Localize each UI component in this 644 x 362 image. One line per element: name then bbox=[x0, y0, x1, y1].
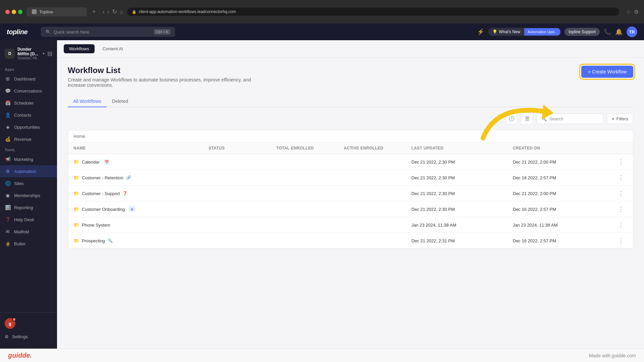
sidebar-item-label: Automation bbox=[14, 169, 36, 174]
table-row: 📁 Customer - Retention 🔗 Dec 21 2022, 2:… bbox=[68, 170, 633, 186]
traffic-lights bbox=[5, 10, 22, 14]
search-icon: 🔍 bbox=[46, 29, 51, 35]
sidebar-item-conversations[interactable]: 💬 Conversations bbox=[0, 85, 57, 97]
profile-initial: g bbox=[9, 321, 11, 326]
refresh-button[interactable]: ↻ bbox=[112, 8, 117, 15]
sidebar-bottom: g 1 ⚙ Settings bbox=[0, 312, 57, 345]
workflow-name-text[interactable]: Calendar bbox=[82, 160, 100, 165]
dashboard-icon: ⊞ bbox=[5, 76, 11, 82]
clock-view-button[interactable]: 🕐 bbox=[505, 113, 518, 125]
address-bar[interactable]: 🔒 client-app-automation-workflows.leadco… bbox=[127, 8, 619, 16]
workflow-name-text[interactable]: Prospecting bbox=[82, 238, 105, 243]
sidebar-item-revenue[interactable]: 💰 Revenue bbox=[0, 133, 57, 145]
content-area: Workflows Content AI Workflow List Creat… bbox=[57, 40, 644, 349]
bookmark-icon[interactable]: ☆ bbox=[626, 9, 631, 15]
table-breadcrumb: Home bbox=[68, 130, 633, 142]
topline-support-button[interactable]: topline Support bbox=[565, 28, 600, 36]
sidebar: D Dunder Mifflin [D... Scranton, PA ▾ ▤ … bbox=[0, 40, 57, 349]
workflow-name-text[interactable]: Customer Onboarding bbox=[82, 207, 125, 212]
workflow-search-box[interactable]: 🔍 Search bbox=[536, 114, 603, 124]
row-menu-button[interactable]: ⋮ bbox=[614, 174, 628, 181]
whats-new-button[interactable]: 💡 What's New bbox=[488, 28, 525, 36]
row-menu-button[interactable]: ⋮ bbox=[614, 221, 628, 229]
notification-count: 1 bbox=[13, 318, 15, 321]
sidebar-item-reporting[interactable]: 📊 Reporting bbox=[0, 201, 57, 214]
sidebar-item-scheduler[interactable]: 📅 Scheduler bbox=[0, 97, 57, 109]
user-profile-button[interactable]: g 1 bbox=[0, 315, 57, 331]
tab-all-workflows[interactable]: All Workflows bbox=[68, 96, 107, 107]
workflow-name-text[interactable]: Customer - Retention bbox=[82, 175, 123, 180]
folder-icon: 📁 bbox=[73, 175, 79, 180]
workspace-name: Dunder Mifflin [D... bbox=[17, 47, 40, 56]
mailfold-icon: ✉ bbox=[5, 229, 11, 235]
user-avatar[interactable]: TR bbox=[627, 26, 637, 37]
automation-icon: ⚙ bbox=[5, 168, 11, 174]
sidebar-collapse-icon[interactable]: ▤ bbox=[47, 50, 52, 57]
col-created-on: Created On bbox=[513, 146, 614, 150]
chevron-down-icon: ▾ bbox=[43, 51, 45, 56]
sidebar-item-dashboard[interactable]: ⊞ Dashboard bbox=[0, 73, 57, 85]
automation-update-badge[interactable]: Automation Upd... bbox=[524, 28, 560, 36]
new-tab-button[interactable]: + bbox=[92, 8, 96, 15]
user-profile-avatar: g 1 bbox=[5, 318, 15, 329]
workflow-name-text[interactable]: Phone System bbox=[82, 223, 110, 228]
sidebar-item-contacts[interactable]: 👤 Contacts bbox=[0, 109, 57, 121]
sidebar-item-memberships[interactable]: ◉ Memberships bbox=[0, 189, 57, 201]
maximize-window-button[interactable] bbox=[18, 10, 22, 14]
bell-icon[interactable]: 🔔 bbox=[615, 28, 623, 36]
extensions-icon[interactable]: ⚙ bbox=[634, 9, 639, 15]
memberships-icon: ◉ bbox=[5, 192, 11, 198]
sub-navigation: Workflows Content AI bbox=[57, 40, 644, 58]
row-menu-button[interactable]: ⋮ bbox=[614, 190, 628, 197]
forward-button[interactable]: › bbox=[107, 8, 109, 15]
sidebar-item-settings[interactable]: ⚙ Settings bbox=[0, 331, 57, 342]
minimize-window-button[interactable] bbox=[12, 10, 16, 14]
filters-button[interactable]: ≡ Filters bbox=[607, 114, 633, 124]
lightning-icon[interactable]: ⚡ bbox=[477, 28, 484, 36]
sidebar-item-label: Scheduler bbox=[14, 101, 34, 106]
folder-icon: 📁 bbox=[73, 191, 79, 196]
tab-workflows[interactable]: Workflows bbox=[64, 44, 95, 53]
create-workflow-button[interactable]: + Create Workflow bbox=[581, 66, 633, 78]
page-content: Workflow List Create and manage Workflow… bbox=[57, 58, 644, 349]
sidebar-item-help-desk[interactable]: ❓ Help Desk bbox=[0, 214, 57, 226]
col-last-updated: Last Updated bbox=[412, 146, 513, 150]
search-shortcut-badge: Ctrl + K bbox=[154, 29, 170, 35]
tab-content-ai-label: Content AI bbox=[103, 46, 123, 51]
header-right-section: ⚡ 💡 What's New Automation Upd... topline… bbox=[477, 26, 637, 37]
close-window-button[interactable] bbox=[5, 10, 10, 14]
workspace-selector[interactable]: D Dunder Mifflin [D... Scranton, PA ▾ ▤ bbox=[0, 44, 57, 65]
tab-content-ai[interactable]: Content AI bbox=[97, 44, 128, 53]
browser-tab[interactable]: Topline bbox=[26, 7, 87, 16]
workflow-filter-tabs: All Workflows Deleted bbox=[68, 96, 633, 107]
row-menu-button[interactable]: ⋮ bbox=[614, 205, 628, 213]
last-updated-cell: Dec 21 2022, 2:30 PM bbox=[412, 191, 513, 196]
url-text: client-app-automation-workflows.leadconn… bbox=[139, 9, 236, 14]
browser-navigation: ‹ › ↻ ⌂ bbox=[103, 8, 123, 15]
sidebar-item-opportunities[interactable]: ◈ Opportunities bbox=[0, 121, 57, 133]
header-search-bar[interactable]: 🔍 Quick search here Ctrl + K bbox=[41, 27, 175, 37]
row-menu-button[interactable]: ⋮ bbox=[614, 237, 628, 244]
sidebar-item-sites[interactable]: 🌐 Sites bbox=[0, 177, 57, 189]
folder-icon: 📁 bbox=[73, 206, 79, 212]
sidebar-item-marketing[interactable]: 📢 Marketing bbox=[0, 153, 57, 165]
row-menu-button[interactable]: ⋮ bbox=[614, 158, 628, 166]
workflow-name-text[interactable]: Customer - Support bbox=[82, 191, 120, 196]
back-button[interactable]: ‹ bbox=[103, 8, 105, 15]
last-updated-cell: Dec 21 2022, 2:30 PM bbox=[412, 175, 513, 180]
app-header: topline 🔍 Quick search here Ctrl + K ⚡ 💡… bbox=[0, 23, 644, 40]
tab-deleted[interactable]: Deleted bbox=[107, 96, 133, 107]
sidebar-item-automation[interactable]: ⚙ Automation bbox=[0, 165, 57, 177]
question-badge: ❓ bbox=[122, 191, 127, 196]
phone-icon[interactable]: 📞 bbox=[604, 28, 611, 36]
sidebar-item-mailfold[interactable]: ✉ Mailfold bbox=[0, 226, 57, 238]
automation-update-label: Automation Upd... bbox=[528, 30, 557, 34]
folder-icon: 📁 bbox=[73, 159, 79, 165]
home-button[interactable]: ⌂ bbox=[120, 8, 123, 15]
sidebar-item-butler[interactable]: 🤵 Butler bbox=[0, 238, 57, 250]
workflow-name-cell: 📁 Customer Onboarding 🖥 bbox=[73, 206, 209, 212]
workflow-name-cell: 📁 Calendar 📅 bbox=[73, 159, 209, 165]
topline-support-label: topline Support bbox=[569, 29, 596, 34]
list-view-button[interactable]: ☰ bbox=[521, 113, 533, 125]
created-on-cell: Dec 16 2022, 2:57 PM bbox=[513, 207, 614, 212]
